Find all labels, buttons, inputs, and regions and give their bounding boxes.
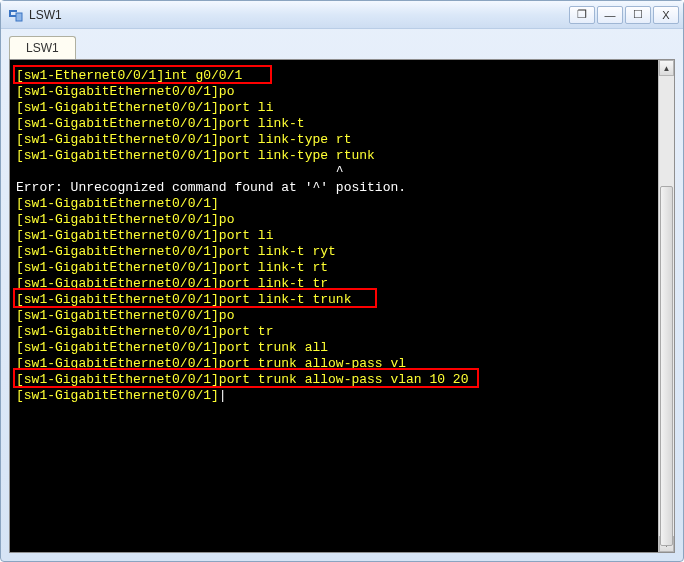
terminal-line: [sw1-GigabitEthernet0/0/1]port link-type… (16, 132, 668, 148)
scroll-track[interactable] (659, 76, 674, 536)
terminal-line: [sw1-GigabitEthernet0/0/1]port li (16, 100, 668, 116)
scroll-up-button[interactable]: ▲ (659, 60, 674, 76)
terminal-line: Error: Unrecognized command found at '^'… (16, 180, 668, 196)
terminal-line: [sw1-GigabitEthernet0/0/1]port link-t tr (16, 276, 668, 292)
window-controls: ❐ — ☐ X (569, 6, 679, 24)
terminal-line: [sw1-GigabitEthernet0/0/1]port li (16, 228, 668, 244)
terminal-line: [sw1-GigabitEthernet0/0/1]port link-t (16, 116, 668, 132)
terminal-line: [sw1-GigabitEthernet0/0/1]port trunk all… (16, 356, 668, 372)
terminal-line: [sw1-GigabitEthernet0/0/1]po (16, 212, 668, 228)
window-title: LSW1 (29, 8, 569, 22)
terminal-line: [sw1-GigabitEthernet0/0/1]port link-t ry… (16, 244, 668, 260)
app-window: LSW1 ❐ — ☐ X LSW1 [sw1-Ethernet0/0/1]int… (0, 0, 684, 562)
minimize-button[interactable]: — (597, 6, 623, 24)
terminal-line: [sw1-GigabitEthernet0/0/1]port link-type… (16, 148, 668, 164)
tab-strip: LSW1 (1, 29, 683, 59)
maximize-button[interactable]: ☐ (625, 6, 651, 24)
close-button[interactable]: X (653, 6, 679, 24)
restore-button[interactable]: ❐ (569, 6, 595, 24)
tab-lsw1[interactable]: LSW1 (9, 36, 76, 60)
titlebar[interactable]: LSW1 ❐ — ☐ X (1, 1, 683, 29)
terminal-line: [sw1-GigabitEthernet0/0/1]port link-t rt (16, 260, 668, 276)
terminal-line: [sw1-GigabitEthernet0/0/1]po (16, 308, 668, 324)
svg-rect-0 (16, 13, 22, 21)
terminal-line: [sw1-GigabitEthernet0/0/1]port trunk all (16, 340, 668, 356)
terminal-panel: [sw1-Ethernet0/0/1]int g0/0/1[sw1-Gigabi… (9, 59, 675, 553)
terminal-line: [sw1-GigabitEthernet0/0/1]po (16, 84, 668, 100)
terminal-line: [sw1-Ethernet0/0/1]int g0/0/1 (16, 68, 668, 84)
terminal-line: [sw1-GigabitEthernet0/0/1]port trunk all… (16, 372, 668, 388)
terminal-line: [sw1-GigabitEthernet0/0/1]port link-t tr… (16, 292, 668, 308)
terminal-line: [sw1-GigabitEthernet0/0/1]| (16, 388, 668, 404)
scrollbar-vertical[interactable]: ▲ ▼ (658, 60, 674, 552)
terminal-line: [sw1-GigabitEthernet0/0/1]port tr (16, 324, 668, 340)
terminal-line: [sw1-GigabitEthernet0/0/1] (16, 196, 668, 212)
terminal-output[interactable]: [sw1-Ethernet0/0/1]int g0/0/1[sw1-Gigabi… (10, 60, 674, 412)
scroll-thumb[interactable] (660, 186, 673, 546)
terminal-line: ^ (16, 164, 668, 180)
app-icon (7, 7, 23, 23)
